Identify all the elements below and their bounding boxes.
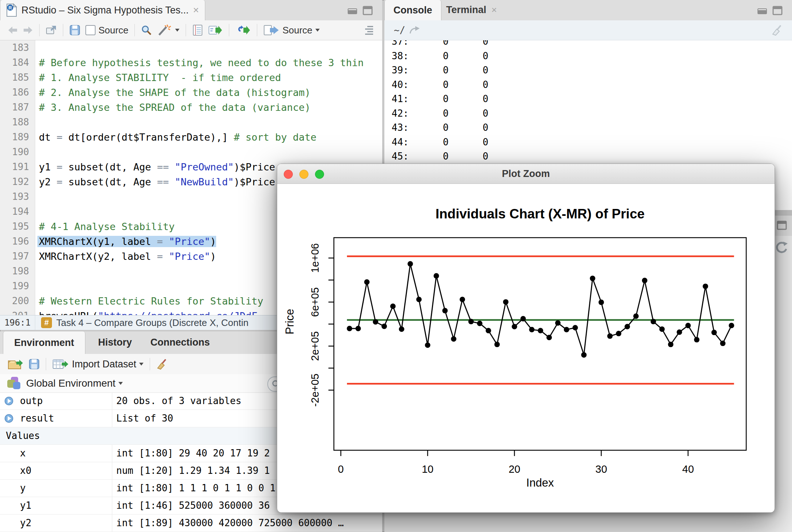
- maximize-pane-icon[interactable]: [363, 6, 373, 15]
- save-workspace-button[interactable]: [29, 359, 40, 370]
- object-name: y: [20, 480, 26, 497]
- forward-button[interactable]: [23, 26, 33, 35]
- svg-text:-2e+05: -2e+05: [309, 374, 321, 407]
- global-environment-icon: [7, 376, 21, 391]
- rstudio-window: R RStudio – Six Sigma Hypothesis Tes... …: [0, 0, 792, 532]
- object-name: result: [20, 410, 54, 427]
- tab-connections[interactable]: Connections: [129, 331, 231, 354]
- code-line[interactable]: # 3. Analyse the SPREAD of the data (var…: [35, 100, 382, 115]
- svg-text:1e+06: 1e+06: [309, 243, 321, 273]
- save-button[interactable]: [69, 25, 80, 36]
- code-line[interactable]: [35, 115, 382, 130]
- load-workspace-button[interactable]: [8, 358, 24, 370]
- plot-zoom-window[interactable]: Plot Zoom Individuals Chart (X-MR) of Pr…: [277, 164, 775, 513]
- source-on-save-checkbox[interactable]: Source: [85, 25, 128, 36]
- console-output[interactable]: 37: 0 0 38: 0 0 39: 0 0 40: 0 0 41: 0 0 …: [384, 40, 792, 164]
- section-navigator[interactable]: Task 4 – Compare Groups (Discrete X, Con…: [56, 317, 248, 329]
- source-on-save-label: Source: [98, 25, 128, 36]
- rerun-button[interactable]: [235, 25, 251, 36]
- line-number: 187: [0, 100, 35, 115]
- code-line[interactable]: # 2. Analyse the SHAPE of the data (hist…: [35, 85, 382, 100]
- object-description: int [1:80] 1 1 1 0 1 1 0 0 1: [116, 480, 275, 497]
- line-number: 190: [0, 145, 35, 160]
- line-number: 191: [0, 160, 35, 174]
- line-number: 184: [0, 55, 35, 70]
- source-document-tab[interactable]: R RStudio – Six Sigma Hypothesis Tes... …: [0, 0, 205, 20]
- line-number: 199: [0, 279, 35, 294]
- line-number: 188: [0, 115, 35, 130]
- run-button[interactable]: [208, 25, 223, 36]
- minimize-pane-icon[interactable]: [757, 6, 767, 15]
- console-tabbar: Console Terminal ×: [384, 0, 792, 21]
- plot-zoom-titlebar[interactable]: Plot Zoom: [277, 164, 775, 184]
- close-document-icon[interactable]: ×: [193, 5, 199, 15]
- line-number: 195: [0, 219, 35, 234]
- expand-object-icon[interactable]: [4, 414, 13, 425]
- svg-text:Price: Price: [283, 309, 296, 335]
- tab-environment[interactable]: Environment: [3, 331, 85, 354]
- object-description: int [1:89] 430000 420000 725000 600000 …: [116, 515, 344, 532]
- code-line[interactable]: dt = dt[order(dt$TransferDate),] # sort …: [35, 130, 382, 145]
- source-button-label: Source: [282, 25, 312, 36]
- svg-text:R: R: [8, 5, 12, 11]
- document-outline-button[interactable]: [364, 25, 375, 35]
- clear-environment-button[interactable]: [156, 358, 169, 370]
- tab-console[interactable]: Console: [384, 0, 441, 20]
- object-name: x0: [20, 462, 31, 479]
- working-directory[interactable]: ~/: [394, 25, 405, 36]
- object-name: x: [20, 445, 26, 462]
- line-number: 183: [0, 40, 35, 55]
- object-description: int [1:80] 29 40 20 17 19 2: [116, 445, 270, 462]
- import-dataset-caret-icon: [139, 363, 144, 366]
- code-line[interactable]: # 1. Analyse STABILITY - if time ordered: [35, 70, 382, 85]
- line-number: 201: [0, 309, 35, 315]
- import-dataset-button[interactable]: Import Dataset: [52, 358, 144, 370]
- line-number: 198: [0, 264, 35, 279]
- line-number-gutter: 1831841851861871881891901911921931941951…: [0, 40, 35, 315]
- svg-text:Index: Index: [526, 476, 554, 489]
- goto-directory-icon[interactable]: [409, 25, 421, 35]
- line-number: 185: [0, 70, 35, 85]
- tab-terminal[interactable]: Terminal ×: [439, 0, 504, 20]
- source-button[interactable]: Source: [263, 25, 319, 36]
- xmr-chart: Individuals Chart (X-MR) of Price1e+066e…: [277, 184, 775, 512]
- section-badge-icon: #: [41, 317, 52, 328]
- environment-row[interactable]: y2int [1:89] 430000 420000 725000 600000…: [0, 515, 382, 532]
- maximize-pane-icon[interactable]: [772, 6, 783, 15]
- refresh-plot-icon[interactable]: [774, 240, 788, 255]
- source-window-buttons: [347, 6, 373, 15]
- maximize-pane-icon[interactable]: [777, 221, 787, 230]
- line-number: 197: [0, 249, 35, 264]
- object-description: List of 30: [116, 410, 173, 427]
- svg-text:6e+05: 6e+05: [309, 287, 321, 317]
- svg-text:Individuals Chart (X-MR) of Pr: Individuals Chart (X-MR) of Price: [436, 206, 645, 221]
- svg-text:2e+05: 2e+05: [309, 331, 321, 361]
- line-number: 186: [0, 85, 35, 100]
- import-dataset-label: Import Dataset: [72, 359, 136, 370]
- global-environment-label: Global Environment: [26, 378, 116, 389]
- source-button-caret-icon: [315, 29, 320, 32]
- code-line[interactable]: [35, 145, 382, 160]
- back-button[interactable]: [8, 26, 18, 35]
- svg-text:40: 40: [682, 463, 694, 475]
- source-toolbar: Source Source: [0, 20, 382, 40]
- svg-text:30: 30: [595, 463, 607, 475]
- object-description: int [1:46] 525000 360000 36: [116, 497, 270, 514]
- compile-notebook-button[interactable]: [192, 24, 203, 36]
- code-line[interactable]: [35, 40, 382, 55]
- code-tools-button[interactable]: [157, 24, 179, 36]
- console-window-buttons: [757, 6, 783, 15]
- code-line[interactable]: # Before hypothesis testing, we need to …: [35, 55, 382, 70]
- terminal-close-icon[interactable]: ×: [492, 4, 497, 16]
- tab-connections-label: Connections: [140, 337, 220, 348]
- object-name: y2: [20, 515, 31, 532]
- minimize-pane-icon[interactable]: [347, 6, 357, 15]
- svg-text:20: 20: [509, 463, 520, 475]
- expand-object-icon[interactable]: [4, 396, 13, 408]
- open-in-new-window-button[interactable]: [46, 25, 57, 35]
- clear-console-button[interactable]: [771, 24, 784, 36]
- plot-zoom-title: Plot Zoom: [277, 164, 775, 184]
- find-replace-button[interactable]: [141, 25, 152, 36]
- svg-text:0: 0: [338, 463, 344, 475]
- tab-console-label: Console: [393, 5, 432, 16]
